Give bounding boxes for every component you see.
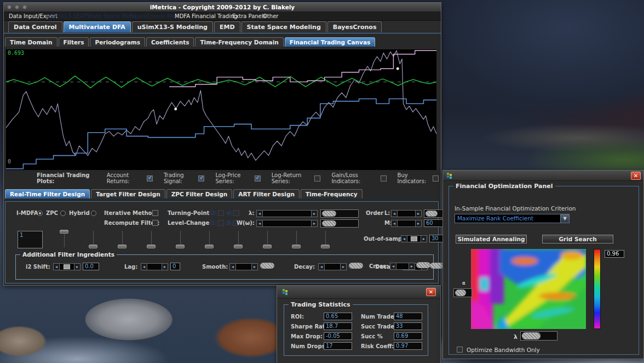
tab-emd[interactable]: EMD [214, 21, 240, 32]
imdfa-radio[interactable] [37, 211, 43, 216]
coefficient-slider-10[interactable] [315, 229, 337, 249]
order-m-scrollbar[interactable]: ◂▸ [391, 220, 422, 227]
tab-periodograms[interactable]: Periodograms [90, 37, 145, 47]
coefficient-slider-8[interactable] [257, 229, 279, 249]
out-of-samp-scrollbar[interactable]: ◂▸ [401, 235, 427, 242]
max-drop-field: -0.05 [324, 332, 352, 340]
tab-filters[interactable]: Filters [59, 37, 89, 47]
womega-slider[interactable] [320, 219, 359, 228]
alpha-axis-label: α [462, 281, 465, 286]
lag-scrollbar[interactable]: ◂▸ [141, 263, 168, 270]
smooth-label: Smooth: [202, 264, 228, 270]
menu-other[interactable]: Other [263, 12, 278, 21]
coefficient-slider-7[interactable] [228, 229, 250, 249]
recompute-filter-label: Recompute Filter: [104, 220, 159, 226]
i2-shift-label: i2 Shift: [26, 264, 50, 270]
opt-close-button[interactable]: ✕ [631, 172, 641, 180]
roi-label: ROI: [291, 314, 304, 320]
menu-bar: Data Input/Export uSimX13-SEATS State Sp… [4, 12, 441, 21]
ingredients-group-title: Additional Filter Ingredients [20, 251, 117, 258]
log-price-checkbox[interactable] [255, 175, 261, 182]
d-checkbox[interactable] [233, 210, 239, 216]
lag-label: Lag: [124, 264, 137, 270]
zpc-radio[interactable] [60, 211, 66, 216]
optimize-bandwidth-checkbox[interactable] [457, 347, 463, 353]
trading-signal-checkbox[interactable] [198, 175, 204, 182]
decay-scrollbar[interactable]: ◂▸ [318, 263, 347, 270]
smooth-slider[interactable] [259, 262, 277, 270]
coefficient-slider-9[interactable] [286, 229, 308, 249]
hybrid-radio-label: Hybrid [69, 210, 90, 216]
tab-realtime-filter-design[interactable]: Real-Time Filter Design [5, 189, 90, 198]
tab-usimx13-modeling[interactable]: uSimX13-S Modeling [132, 21, 213, 32]
tab-art-filter-design[interactable]: ART Filter Design [233, 189, 300, 198]
filter-index-field[interactable]: 1 [18, 231, 43, 248]
grid-search-button[interactable]: Grid Search [542, 235, 613, 243]
cross-slider[interactable] [415, 262, 432, 270]
tab-zpc-filter-design[interactable]: ZPC Filter Design [166, 189, 233, 198]
menu-usimx13-seats: uSimX13-SEATS [47, 12, 90, 21]
tab-multivariate-dfa[interactable]: Multivariate DFA [64, 21, 131, 32]
tab-financial-trading-canvas[interactable]: Financial Trading Canvas [285, 37, 375, 47]
i1-checkbox[interactable] [218, 220, 224, 226]
decay-slider[interactable] [348, 262, 365, 270]
log-return-checkbox[interactable] [314, 175, 320, 182]
stats-group-title: Trading Statistics [289, 301, 353, 308]
menu-financial-trading[interactable]: Financial Trading [192, 12, 238, 21]
optimize-bandwidth-label: Optimize Bandwidth Only [467, 347, 540, 353]
lambda-scrollbar[interactable]: ◂▸ [256, 210, 318, 217]
stats-close-button[interactable]: ✕ [426, 288, 436, 296]
cross-scrollbar[interactable]: ◂▸ [390, 263, 415, 270]
tab-target-filter-design[interactable]: Target Filter Design [91, 189, 165, 198]
succ-pct-field: 0.69 [394, 332, 422, 340]
sub-tab-bar: Time Domain Filters Periodograms Coeffic… [5, 37, 376, 47]
coefficient-slider-5[interactable] [170, 229, 192, 249]
order-l-scrollbar[interactable]: ◂▸ [391, 210, 422, 217]
max-drop-label: Max Drop: [291, 333, 323, 339]
stats-window-titlebar: ✕ [277, 286, 440, 299]
plots-bar-label: Financial Trading Plots: [37, 172, 98, 184]
tab-state-space-modeling[interactable]: State Space Modeling [242, 21, 326, 32]
gain-loss-checkbox[interactable] [381, 175, 387, 182]
coefficient-slider-4[interactable] [141, 229, 163, 249]
coefficient-slider-2[interactable] [83, 229, 105, 249]
chevron-down-icon[interactable]: ▼ [560, 214, 569, 223]
tab-coefficients[interactable]: Coefficients [146, 37, 194, 47]
imetrica-main-window: iMetrica - Copyright 2009-2012 by C. Bla… [3, 2, 441, 286]
i2-shift-field[interactable]: 0.0 [83, 263, 99, 270]
opt-group-title: Financial Optimization Panel [453, 183, 555, 190]
menu-mdfa[interactable]: MDFA [175, 12, 190, 21]
smooth-scrollbar[interactable]: ◂▸ [229, 263, 258, 270]
i2-shift-scrollbar[interactable]: ◂▸ [53, 263, 81, 270]
chart-zero-label: 0 [8, 158, 11, 165]
coefficient-slider-6[interactable] [199, 229, 221, 249]
simulated-annealing-button[interactable]: Simulated Annealing [456, 235, 527, 243]
cross-label: Cross: [369, 263, 388, 269]
i2-label: i2: [209, 210, 217, 216]
desktop: iMetrica - Copyright 2009-2012 by C. Bla… [0, 0, 644, 363]
coefficient-slider-1[interactable] [54, 229, 76, 249]
i2-checkbox[interactable] [218, 210, 224, 216]
coefficient-slider-3[interactable] [112, 229, 134, 249]
tab-time-domain[interactable]: Time Domain [5, 37, 58, 47]
womega-scrollbar[interactable]: ◂▸ [256, 220, 318, 227]
lambda-slider[interactable] [320, 209, 359, 218]
alpha-slider[interactable] [453, 288, 472, 297]
tab-time-frequency-domain[interactable]: Time-Frequency Domain [195, 37, 283, 47]
hybrid-radio[interactable] [91, 211, 96, 216]
tab-bayescronos[interactable]: BayesCronos [327, 21, 382, 32]
lag-field[interactable]: 0 [170, 263, 180, 270]
capital-d-label: D: [227, 220, 233, 226]
optimization-heatmap [471, 249, 586, 329]
tab-data-control[interactable]: Data Control [8, 21, 62, 32]
recompute-filter-checkbox[interactable] [152, 220, 158, 226]
menu-extra-panels[interactable]: Extra Panels [232, 12, 266, 21]
account-returns-label: Account Returns: [107, 172, 145, 184]
num-drops-label: Num Drops: [291, 343, 327, 349]
buy-indicators-checkbox[interactable] [433, 175, 439, 182]
criterion-dropdown[interactable]: Maximize Rank Coefficient ▼ [455, 214, 570, 223]
tab-time-frequency[interactable]: Time-Frequency [301, 189, 363, 198]
account-returns-checkbox[interactable] [147, 175, 153, 182]
bandwidth-lambda-slider[interactable] [520, 331, 557, 341]
iterative-method-checkbox[interactable] [152, 210, 158, 216]
